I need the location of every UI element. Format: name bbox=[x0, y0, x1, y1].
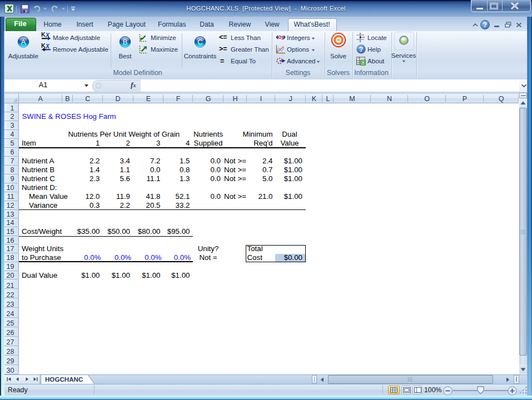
svg-text:?: ? bbox=[359, 46, 364, 53]
svg-text:1: 1 bbox=[281, 35, 284, 41]
svg-text:A: A bbox=[21, 38, 26, 46]
svg-text:B: B bbox=[123, 38, 128, 46]
svg-text:K: K bbox=[41, 42, 46, 49]
svg-text:X: X bbox=[45, 31, 50, 38]
svg-text:X: X bbox=[45, 42, 50, 49]
svg-text:C: C bbox=[197, 38, 202, 46]
svg-text:K: K bbox=[41, 31, 46, 38]
svg-text:?: ? bbox=[483, 21, 487, 29]
